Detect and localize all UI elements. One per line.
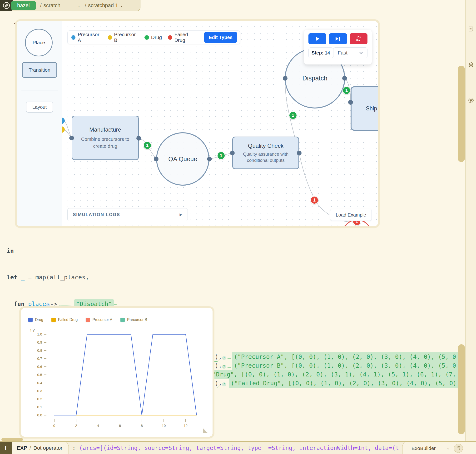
node-place-qa-queue[interactable]: QA Queue [156,132,209,186]
token-chart-card: DrugFailed DrugPrecursor APrecursor B ↑ … [21,308,213,437]
legend-item: Precursor A [71,32,102,43]
vertical-scrollbar-thumb[interactable] [458,344,465,434]
connection-port[interactable] [283,76,287,81]
live-result-series: ("Precursor B", [(0, 0), (1, 0), (2, 0),… [232,361,458,370]
copy-button[interactable] [454,444,463,453]
horizontal-scrollbar-thumb[interactable] [1,438,23,441]
play-icon [315,36,320,41]
svg-text:10: 10 [162,424,166,428]
hazelnut-icon [2,1,10,9]
node-label: QA Queue [168,155,197,163]
breadcrumb-scratchpad[interactable]: / scratchpad 1 ⌄ [85,2,123,8]
chevron-down-icon: ⌄ [447,446,450,450]
ellipsis: ⋯ [114,300,118,308]
token-type-legend: Precursor APrecursor BDrugFailed Drug Ed… [67,30,240,44]
svg-text:6: 6 [119,424,121,428]
shutter-aperture-icon[interactable] [468,97,474,104]
probe-badge: 7 [222,382,226,386]
sim-legend-items: Precursor APrecursor BDrugFailed Drug [71,32,204,43]
chevron-down-icon [359,52,363,54]
node-label: Ship drug [366,105,378,112]
cursor-inspector-tab[interactable]: EXP / Dot operator [12,442,69,454]
connection-port[interactable] [297,151,301,155]
node-transition-manufacture[interactable]: Manufacture Combine precursors to create… [72,116,139,160]
legend-label: Precursor B [114,32,138,43]
face-glasses-icon[interactable] [468,62,474,68]
type-colon: : [72,445,76,451]
breadcrumb-separator: / [85,2,86,8]
reset-button[interactable] [350,33,368,44]
load-example-button[interactable]: Load Example [330,209,372,221]
connection-port[interactable] [342,76,347,81]
live-result-series: ("Failed Drug", [(0, 0), (1, 0), (2, 0),… [229,378,458,388]
status-bar: Γ EXP / Dot operator : (arcs=[(id=String… [0,441,476,454]
backend-selector[interactable]: ExoBuilder ⌄ [402,442,476,454]
identifier-underscore: _ [21,273,24,282]
cursor-info-label: Dot operator [33,445,62,451]
svg-text:0.4: 0.4 [37,381,42,385]
node-transition-quality-check[interactable]: Quality Check Quality assurance with con… [232,136,299,169]
probe-badge: 7 [222,365,226,369]
svg-text:0.3: 0.3 [37,389,42,393]
connection-port[interactable] [348,100,353,105]
tab-hazel[interactable]: hazel [11,1,36,10]
token-count-badge: 1 [310,196,318,204]
copy-pages-icon[interactable] [468,25,474,32]
speed-value: Fast [338,50,347,56]
legend-color-dot [168,35,172,40]
chart-resize-handle[interactable] [203,428,208,433]
identifier-place: place [28,300,46,309]
legend-label: Failed Drug [175,32,198,43]
speed-dropdown[interactable]: Fast [333,47,368,58]
chevron-down-icon[interactable]: ⌄ [120,3,123,8]
play-button[interactable] [308,33,326,44]
connection-port[interactable] [207,157,212,161]
right-icon-strip [466,0,476,441]
backend-name: ExoBuilder [412,446,436,451]
breadcrumb-scratchpad-label: scratchpad 1 [88,2,118,8]
svg-text:0.8: 0.8 [37,348,42,352]
connection-port[interactable] [69,136,74,140]
probe-badge: 7 [222,356,226,360]
live-result-series: ("Precursor A", [(0, 0), (1, 0), (2, 0),… [232,352,458,362]
connection-port[interactable] [154,157,159,161]
step-counter: Step: 14 [308,47,333,58]
svg-text:4: 4 [97,424,99,428]
probe-badge: 7 [46,303,50,307]
live-value-connector [228,362,231,368]
context-gamma-button[interactable]: Γ [0,442,13,454]
chevron-down-icon[interactable]: ⌄ [77,3,81,8]
token-count-badge: 1 [217,151,225,160]
code-token: , [218,361,222,370]
palette-place-button[interactable]: Place [25,29,53,56]
vertical-scrollbar-thumb[interactable] [458,66,465,162]
step-forward-button[interactable] [329,33,347,44]
breadcrumb-scratch[interactable]: / scratch ⌄ [40,2,81,8]
connection-port[interactable] [136,136,141,141]
live-result-series: ("Drug", [(0, 0), (1, 0), (2, 0), (3, 1)… [207,370,458,379]
token-count-badge: 1 [289,111,297,120]
code-token: ) [215,353,218,360]
step-label: Step: [312,50,323,56]
clipboard-icon [456,446,461,450]
code-token: , [218,352,222,361]
code-token: , [218,379,222,388]
code-token: ) [215,380,218,387]
keyword-let: let [7,273,17,282]
token-count-badge: 1 [343,86,351,94]
live-result-dispatch: "Dispatch" [74,299,114,309]
svg-text:0.9: 0.9 [37,340,42,344]
svg-text:12: 12 [184,424,188,428]
connection-port[interactable] [230,151,235,155]
sidebar-divider [21,90,58,91]
node-description: Combine precursors to create drug [77,136,134,150]
node-transition-ship-drug[interactable]: Ship drug [351,86,378,131]
petri-net-canvas[interactable]: Dispatch Ship drug Manufacture Combine p… [62,21,378,226]
simulation-logs-header[interactable]: SIMULATION LOGS ▶ [67,208,188,221]
series-line-drug [54,334,197,415]
edit-types-button[interactable]: Edit Types [204,32,237,43]
layout-button[interactable]: Layout [26,102,53,113]
palette-transition-button[interactable]: Transition [22,62,57,78]
legend-item: Precursor B [108,32,138,43]
svg-text:0.7: 0.7 [37,356,42,361]
